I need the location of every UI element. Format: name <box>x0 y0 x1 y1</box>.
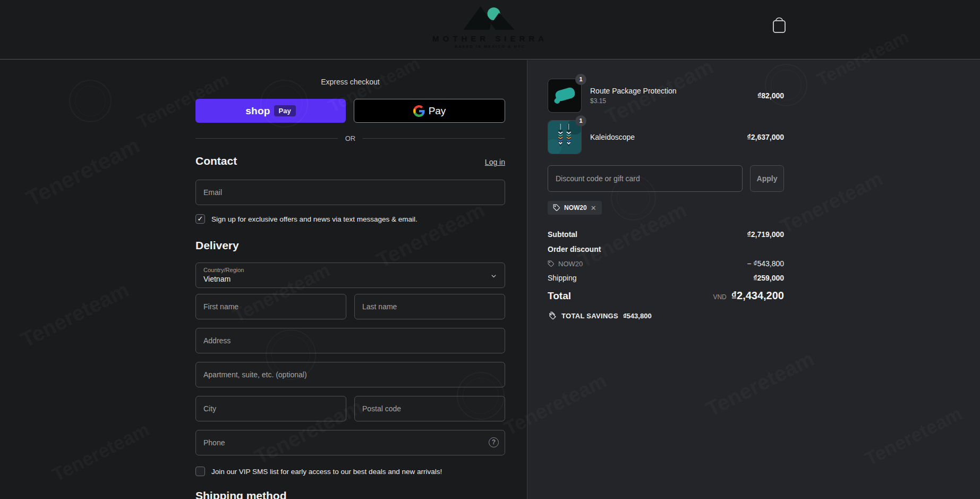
mountains-logo-icon <box>461 3 520 31</box>
brand-tagline: BASED IN MEXICO & NYC <box>432 45 548 48</box>
city-input[interactable] <box>195 396 346 421</box>
signup-checkbox[interactable]: ✓ <box>195 214 205 224</box>
google-g-icon <box>413 105 425 117</box>
tag-icon <box>553 204 560 212</box>
subtotal-value: ₫2,719,000 <box>747 230 784 239</box>
google-pay-label: Pay <box>429 105 446 117</box>
shipping-method-heading: Shipping method <box>195 489 286 499</box>
first-name-input[interactable] <box>195 294 346 319</box>
or-text: OR <box>345 134 356 142</box>
discount-chip: NOW20 ✕ <box>548 201 602 215</box>
phone-help-icon[interactable]: ? <box>489 437 499 447</box>
vip-sms-checkbox-row: Join our VIP SMS list for early access t… <box>195 467 442 476</box>
item-quantity-badge: 1 <box>575 115 586 126</box>
item-subtext: $3.15 <box>590 97 677 105</box>
shop-pay-badge: Pay <box>274 105 296 116</box>
total-savings-row: TOTAL SAVINGS ₫543,800 <box>548 311 652 320</box>
item-quantity-badge: 1 <box>575 74 586 85</box>
total-label: Total <box>548 290 571 302</box>
subtotal-label: Subtotal <box>548 230 577 239</box>
checkout-page: MOTHER SIERRA BASED IN MEXICO & NYC Expr… <box>0 0 980 499</box>
order-discount-label: Order discount <box>548 245 601 253</box>
item-name: Kaleidoscope <box>590 133 635 141</box>
discount-chip-code: NOW20 <box>564 204 587 212</box>
total-amount: ₫2,434,200 <box>731 290 784 302</box>
last-name-input[interactable] <box>354 294 505 319</box>
apply-discount-button[interactable]: Apply <box>750 165 784 192</box>
phone-input[interactable] <box>195 430 505 455</box>
signup-checkbox-row: ✓ Sign up for exclusive offers and news … <box>195 214 417 224</box>
brand-name: MOTHER SIERRA <box>432 34 548 43</box>
header: MOTHER SIERRA BASED IN MEXICO & NYC <box>0 0 980 60</box>
discount-code-input[interactable] <box>548 165 743 192</box>
item-name: Route Package Protection <box>590 87 677 95</box>
postal-code-input[interactable] <box>354 396 505 421</box>
email-input[interactable] <box>195 180 505 205</box>
total-savings-label: TOTAL SAVINGS <box>561 312 618 320</box>
login-link[interactable]: Log in <box>485 158 505 166</box>
shipping-value: ₫259,000 <box>753 274 784 282</box>
cart-bag-icon[interactable] <box>771 16 788 35</box>
item-price: ₫2,637,000 <box>747 133 784 141</box>
total-savings-amount: ₫543,800 <box>623 312 652 320</box>
store-logo[interactable]: MOTHER SIERRA BASED IN MEXICO & NYC <box>432 3 548 48</box>
contact-heading: Contact <box>195 155 237 167</box>
google-pay-button[interactable]: Pay <box>354 99 505 123</box>
total-currency: VND <box>713 293 726 301</box>
remove-discount-icon[interactable]: ✕ <box>591 205 596 212</box>
discount-amount: − ₫543,800 <box>747 259 784 268</box>
chevron-down-icon <box>490 272 498 280</box>
tag-icon <box>548 260 555 267</box>
checkout-form-panel: Express checkout shop Pay Pay <box>0 60 527 499</box>
country-select-label: Country/Region <box>203 267 244 273</box>
double-tag-icon <box>548 311 557 320</box>
country-select[interactable]: Country/Region Vietnam <box>195 263 505 288</box>
item-price: ₫82,000 <box>757 91 784 100</box>
express-checkout-buttons: shop Pay Pay <box>195 99 505 123</box>
cart-item-route-protection: 1 Route Package Protection $3.15 ₫82,000 <box>548 79 784 113</box>
signup-label: Sign up for exclusive offers and news vi… <box>211 215 417 223</box>
shop-pay-button[interactable]: shop Pay <box>195 99 346 123</box>
route-protection-thumbnail <box>548 79 582 113</box>
order-summary-panel: 1 Route Package Protection $3.15 ₫82,000 <box>527 60 980 499</box>
shop-pay-wordmark: shop <box>245 105 270 117</box>
country-select-value: Vietnam <box>203 275 231 283</box>
shipping-label: Shipping <box>548 274 577 282</box>
kaleidoscope-thumbnail <box>548 120 582 154</box>
applied-code-label: NOW20 <box>558 260 583 268</box>
cart-item-kaleidoscope: 1 Kaleidoscope ₫2,637,000 <box>548 120 784 154</box>
vip-sms-checkbox[interactable] <box>195 467 205 476</box>
delivery-heading: Delivery <box>195 239 239 252</box>
address-input[interactable] <box>195 328 505 353</box>
vip-sms-label: Join our VIP SMS list for early access t… <box>211 468 442 476</box>
apartment-input[interactable] <box>195 362 505 387</box>
express-checkout-label: Express checkout <box>195 78 505 86</box>
or-divider: OR <box>195 134 505 142</box>
